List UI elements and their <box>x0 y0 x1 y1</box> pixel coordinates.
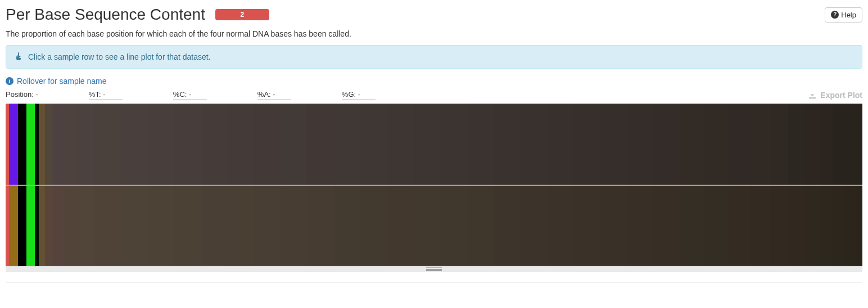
heatmap-cell[interactable] <box>627 104 653 185</box>
heatmap-cell[interactable] <box>414 104 440 185</box>
heatmap-cell[interactable] <box>94 104 120 185</box>
heatmap-cell[interactable] <box>35 186 39 266</box>
heatmap-cell[interactable] <box>805 104 820 185</box>
heatmap-cell[interactable] <box>18 186 26 266</box>
heatmap-cell[interactable] <box>729 104 751 185</box>
heatmap-scrollbar[interactable] <box>6 266 862 272</box>
heatmap-cell[interactable] <box>18 104 26 185</box>
heatmap-cell[interactable] <box>845 186 855 266</box>
heatmap-cell[interactable] <box>467 186 494 266</box>
heatmap-cell[interactable] <box>467 104 494 185</box>
heatmap-cell[interactable] <box>805 186 820 266</box>
section-description: The proportion of each base position for… <box>6 29 862 38</box>
heatmap-cell[interactable] <box>9 104 18 185</box>
heatmap-row[interactable] <box>6 185 862 266</box>
heatmap-cell[interactable] <box>750 104 770 185</box>
heatmap-cell[interactable] <box>147 104 174 185</box>
heatmap-cell[interactable] <box>63 104 75 185</box>
heatmap-cell[interactable] <box>705 186 728 266</box>
heatmap-cell[interactable] <box>31 104 35 185</box>
heatmap-cell[interactable] <box>387 104 413 185</box>
heatmap-cell[interactable] <box>653 104 680 185</box>
stat-g: %G: - <box>342 90 376 100</box>
heatmap-cell[interactable] <box>653 186 680 266</box>
heatmap-cell[interactable] <box>494 104 520 185</box>
heatmap-cell[interactable] <box>750 186 770 266</box>
heatmap-cell[interactable] <box>174 104 200 185</box>
heatmap-cell[interactable] <box>201 186 227 266</box>
heatmap-cell[interactable] <box>820 104 833 185</box>
heatmap-cell[interactable] <box>9 186 18 266</box>
heatmap-cell[interactable] <box>53 104 64 185</box>
heatmap-cell[interactable] <box>627 186 653 266</box>
heatmap-cell[interactable] <box>39 104 44 185</box>
heatmap-cell[interactable] <box>75 104 94 185</box>
heatmap-cell[interactable] <box>307 186 333 266</box>
heatmap-cell[interactable] <box>94 186 120 266</box>
heatmap-cell[interactable] <box>833 186 845 266</box>
rollover-hint: i Rollover for sample name <box>6 77 862 86</box>
heatmap-cell[interactable] <box>227 186 254 266</box>
info-alert: Click a sample row to see a line plot fo… <box>6 45 862 69</box>
heatmap-cell[interactable] <box>45 104 53 185</box>
heatmap-cell[interactable] <box>281 104 307 185</box>
heatmap-cell[interactable] <box>788 186 805 266</box>
heatmap-cell[interactable] <box>820 186 833 266</box>
heatmap-cell[interactable] <box>63 186 75 266</box>
heatmap-cell[interactable] <box>360 104 387 185</box>
heatmap-cell[interactable] <box>855 104 862 185</box>
heatmap-cell[interactable] <box>440 104 467 185</box>
heatmap-cell[interactable] <box>770 186 789 266</box>
heatmap-cell[interactable] <box>227 104 254 185</box>
heatmap-row[interactable] <box>6 104 862 185</box>
heatmap-plot[interactable] <box>6 104 862 272</box>
heatmap-cell[interactable] <box>35 104 39 185</box>
heatmap-cell[interactable] <box>201 104 227 185</box>
heatmap-cell[interactable] <box>360 186 387 266</box>
heatmap-cell[interactable] <box>26 186 30 266</box>
heatmap-cell[interactable] <box>307 104 333 185</box>
heatmap-cell[interactable] <box>39 186 44 266</box>
heatmap-cell[interactable] <box>26 104 30 185</box>
heatmap-cell[interactable] <box>520 104 546 185</box>
heatmap-cell[interactable] <box>547 186 573 266</box>
heatmap-cell[interactable] <box>254 186 280 266</box>
rollover-hint-text: Rollover for sample name <box>17 77 107 86</box>
heatmap-cell[interactable] <box>254 104 280 185</box>
export-plot-button[interactable]: Export Plot <box>808 91 862 100</box>
heatmap-cell[interactable] <box>494 186 520 266</box>
heatmap-cell[interactable] <box>680 104 705 185</box>
heatmap-cell[interactable] <box>845 104 855 185</box>
heatmap-cell[interactable] <box>833 104 845 185</box>
heatmap-cell[interactable] <box>600 186 626 266</box>
heatmap-cell[interactable] <box>120 186 147 266</box>
heatmap-cell[interactable] <box>440 186 467 266</box>
help-button[interactable]: ? Help <box>825 7 862 23</box>
info-alert-text: Click a sample row to see a line plot fo… <box>28 52 211 61</box>
heatmap-cell[interactable] <box>53 186 64 266</box>
heatmap-cell[interactable] <box>855 186 862 266</box>
heatmap-cell[interactable] <box>414 186 440 266</box>
heatmap-cell[interactable] <box>520 186 546 266</box>
heatmap-cell[interactable] <box>31 186 35 266</box>
heatmap-cell[interactable] <box>281 186 307 266</box>
heatmap-cell[interactable] <box>600 104 626 185</box>
heatmap-cell[interactable] <box>573 186 600 266</box>
status-badge-fail: 2 <box>215 9 269 20</box>
heatmap-cell[interactable] <box>770 104 789 185</box>
heatmap-cell[interactable] <box>45 186 53 266</box>
heatmap-cell[interactable] <box>387 186 413 266</box>
heatmap-cell[interactable] <box>705 104 728 185</box>
heatmap-cell[interactable] <box>147 186 174 266</box>
heatmap-cell[interactable] <box>547 104 573 185</box>
heatmap-cell[interactable] <box>729 186 751 266</box>
heatmap-cell[interactable] <box>120 104 147 185</box>
heatmap-cell[interactable] <box>334 186 360 266</box>
heatmap-cell[interactable] <box>573 104 600 185</box>
heatmap-cell[interactable] <box>334 104 360 185</box>
heatmap-cell[interactable] <box>680 186 705 266</box>
heatmap-cell[interactable] <box>75 186 94 266</box>
heatmap-cell[interactable] <box>788 104 805 185</box>
heatmap-cell[interactable] <box>174 186 200 266</box>
stat-c: %C: - <box>173 90 207 100</box>
